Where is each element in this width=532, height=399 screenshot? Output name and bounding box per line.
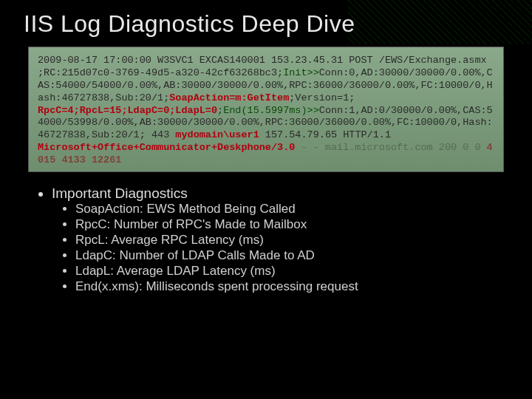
log-text: ;Version=1; [289,92,355,103]
log-rpc-ldap: RpcC=4;RpcL=15;LdapC=0;LdapL=0 [38,105,217,116]
diagnostics-list: Important Diagnostics SoapAction: EWS Me… [52,185,508,294]
slide-body: IIS Log Diagnostics Deep Dive 2009-08-17… [0,0,532,294]
log-init-marker: Init>> [283,67,319,78]
log-text: 157.54.79.65 HTTP/1.1 [259,129,391,140]
list-item: LdapL: Average LDAP Latency (ms) [75,264,508,279]
log-soapaction: SoapAction=m:GetItem [169,92,289,103]
log-useragent: Microsoft+Office+Communicator+Deskphone/… [38,142,295,153]
list-item: LdapC: Number of LDAP Calls Made to AD [75,248,508,263]
page-title: IIS Log Diagnostics Deep Dive [24,10,508,38]
list-item: SoapAction: EWS Method Being Called [75,202,508,216]
log-end-marker: ;End(15.5997ms)>> [217,105,319,116]
list-item: End(x.xms): Milliseconds spent processin… [75,279,508,294]
list-item: RpcL: Average RPC Latency (ms) [75,233,508,248]
diagnostics-items: SoapAction: EWS Method Being Called RpcC… [75,202,508,294]
list-item: RpcC: Number of RPC's Made to Mailbox [75,217,508,232]
diagnostics-heading: Important Diagnostics SoapAction: EWS Me… [52,185,508,294]
log-user: mydomain\user1 [175,129,259,140]
log-sample-box: 2009-08-17 17:00:00 W3SVC1 EXCAS140001 1… [28,47,504,172]
diagnostics-heading-label: Important Diagnostics [52,185,188,201]
log-tail: - - mail.microsoft.com 200 0 0 [295,142,486,153]
